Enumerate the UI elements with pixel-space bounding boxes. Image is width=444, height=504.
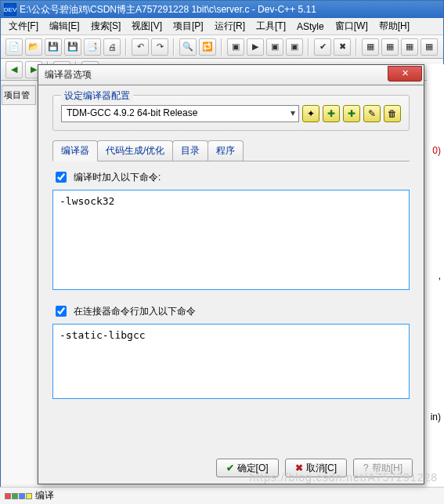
compiler-options-dialog: 编译器选项 ✕ 设定编译器配置 TDM-GCC 4.9.2 64-bit Rel…: [38, 64, 424, 484]
menu-tools[interactable]: 工具[T]: [251, 18, 291, 34]
compile-run-icon[interactable]: ▣: [266, 38, 283, 56]
layout3-icon[interactable]: ▦: [401, 38, 418, 56]
dialog-tabs: 编译器 代码生成/优化 目录 程序: [52, 140, 410, 161]
layout2-icon[interactable]: ▦: [381, 38, 399, 56]
dialog-titlebar: 编译器选项 ✕: [38, 65, 424, 85]
menu-search[interactable]: 搜索[S]: [86, 18, 126, 34]
open-icon[interactable]: 📂: [25, 38, 42, 56]
delete-button[interactable]: 🗑: [384, 105, 401, 122]
run-icon[interactable]: ▶: [247, 38, 264, 56]
compile-commands-textarea[interactable]: [52, 190, 410, 290]
tab-directories[interactable]: 目录: [172, 140, 208, 161]
compiler-select[interactable]: TDM-GCC 4.9.2 64-bit Release: [61, 105, 299, 122]
menu-help[interactable]: 帮助[H]: [374, 18, 414, 34]
dialog-title: 编译器选项: [45, 68, 388, 82]
status-tab[interactable]: 编译: [35, 489, 54, 502]
save-all-icon[interactable]: 💾: [64, 38, 81, 56]
find-icon[interactable]: 🔍: [179, 38, 197, 56]
menu-run[interactable]: 运行[R]: [210, 18, 250, 34]
menubar: 文件[F] 编辑[E] 搜索[S] 视图[V] 项目[P] 运行[R] 工具[T…: [1, 18, 443, 35]
separator: [125, 38, 127, 56]
layout-indicator-icon: [5, 493, 32, 499]
window-title: E:\公众号碧油鸡\CSDN博主A757291228 1bit\c\server…: [20, 3, 440, 16]
project-panel: 项目管: [2, 85, 36, 484]
replace-icon[interactable]: 🔁: [199, 38, 216, 56]
tab-compiler[interactable]: 编译器: [52, 140, 98, 161]
app-icon: DEV: [4, 3, 16, 16]
stop-icon[interactable]: ✖: [334, 38, 351, 56]
toolbar-row-1: 📄 📂 💾 💾 📑 🖨 ↶ ↷ 🔍 🔁 ▣ ▶ ▣ ▣ ✔ ✖ ▦ ▦ ▦ ▦: [1, 35, 443, 59]
back-icon[interactable]: ◀: [5, 61, 23, 78]
add-button[interactable]: ✚: [323, 105, 340, 122]
check-icon: ✔: [226, 462, 234, 473]
project-panel-tab[interactable]: 项目管: [2, 85, 36, 105]
print-icon[interactable]: 🖨: [103, 38, 121, 56]
undo-icon[interactable]: ↶: [132, 38, 149, 56]
rebuild-icon[interactable]: ▣: [286, 38, 303, 56]
statusbar: 编译: [0, 487, 444, 504]
add-linker-commands-checkbox[interactable]: [56, 306, 67, 317]
menu-edit[interactable]: 编辑[E]: [45, 18, 85, 34]
menu-window[interactable]: 窗口[W]: [330, 18, 373, 34]
layout4-icon[interactable]: ▦: [421, 38, 438, 56]
menu-astyle[interactable]: AStyle: [292, 20, 329, 34]
star-button[interactable]: ✦: [302, 105, 319, 122]
editor-fragment: 0) , in): [427, 64, 444, 487]
add-linker-commands-label: 在连接器命令行加入以下命令: [74, 305, 196, 318]
rename-button[interactable]: ✎: [363, 105, 381, 122]
main-titlebar: DEV E:\公众号碧油鸡\CSDN博主A757291228 1bit\c\se…: [1, 1, 443, 18]
save-icon[interactable]: 💾: [45, 38, 62, 56]
compiler-config-group: 设定编译器配置 TDM-GCC 4.9.2 64-bit Release ✦ ✚…: [52, 95, 410, 131]
menu-view[interactable]: 视图[V]: [127, 18, 167, 34]
layout1-icon[interactable]: ▦: [362, 38, 379, 56]
linker-commands-textarea[interactable]: [52, 324, 410, 399]
add-folder-button[interactable]: ✚: [343, 105, 360, 122]
group-legend: 设定编译器配置: [61, 89, 133, 103]
separator: [173, 38, 175, 56]
add-compile-commands-label: 编译时加入以下命令:: [74, 171, 161, 184]
close-file-icon[interactable]: 📑: [84, 38, 101, 56]
separator: [308, 38, 309, 56]
close-button[interactable]: ✕: [388, 66, 422, 82]
add-compile-commands-checkbox[interactable]: [56, 172, 67, 183]
compile-icon[interactable]: ▣: [227, 38, 244, 56]
debug-icon[interactable]: ✔: [314, 38, 331, 56]
tab-codegen[interactable]: 代码生成/优化: [97, 140, 173, 161]
menu-file[interactable]: 文件[F]: [4, 18, 43, 34]
watermark: https://blog.csdn.net/A757291228: [249, 471, 438, 484]
separator: [221, 38, 222, 56]
redo-icon[interactable]: ↷: [151, 38, 168, 56]
tab-programs[interactable]: 程序: [208, 140, 244, 161]
menu-project[interactable]: 项目[P]: [168, 18, 208, 34]
new-file-icon[interactable]: 📄: [5, 38, 23, 56]
separator: [356, 38, 357, 56]
